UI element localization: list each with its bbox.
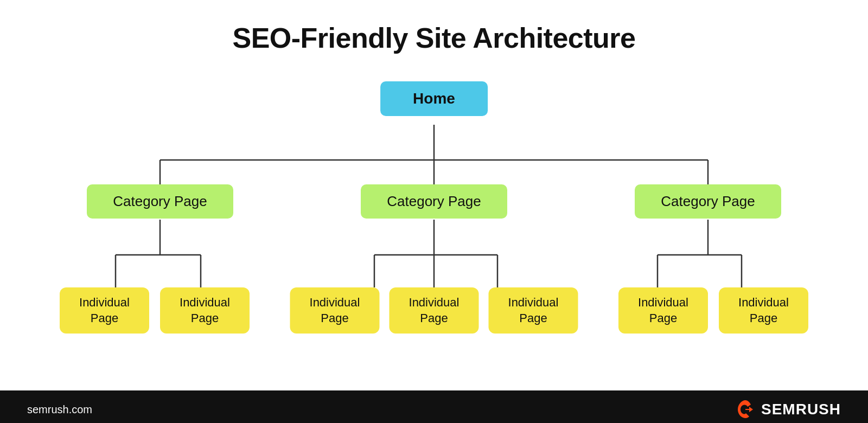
footer-brand: SEMRUSH: [735, 399, 841, 420]
footer-url: semrush.com: [27, 403, 92, 416]
category-node-1: Category Page: [87, 184, 233, 219]
semrush-logo-icon: [735, 399, 756, 420]
main-content: SEO-Friendly Site Architecture: [0, 0, 868, 390]
category-node-2: Category Page: [361, 184, 507, 219]
home-node: Home: [380, 81, 488, 116]
diagram-wrapper: Home Category Page Category Page Categor…: [33, 76, 835, 380]
footer-brand-name: SEMRUSH: [761, 401, 841, 418]
category-node-3: Category Page: [635, 184, 781, 219]
tree-lines: [33, 76, 835, 380]
individual-2-1: Individual Page: [290, 287, 380, 334]
category-1-label: Category Page: [87, 184, 233, 219]
footer: semrush.com SEMRUSH: [0, 390, 868, 423]
page-title: SEO-Friendly Site Architecture: [232, 22, 635, 54]
individual-3-2: Individual Page: [719, 287, 808, 334]
individual-2-2: Individual Page: [390, 287, 479, 334]
category-3-label: Category Page: [635, 184, 781, 219]
individual-1-2: Individual Page: [160, 287, 250, 334]
individual-group-2: Individual Page Individual Page Individu…: [290, 287, 578, 334]
individual-3-1: Individual Page: [618, 287, 708, 334]
home-label: Home: [380, 81, 488, 116]
individual-2-3: Individual Page: [489, 287, 578, 334]
individual-1-1: Individual Page: [60, 287, 149, 334]
individual-group-3: Individual Page Individual Page: [618, 287, 808, 334]
category-2-label: Category Page: [361, 184, 507, 219]
individual-group-1: Individual Page Individual Page: [60, 287, 250, 334]
